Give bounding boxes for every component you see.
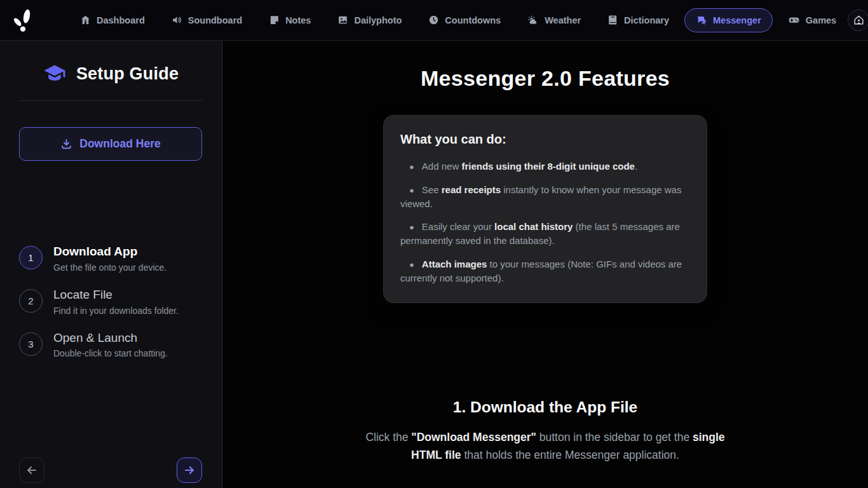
next-step-button[interactable] [177, 458, 202, 483]
splat-logo-icon [10, 8, 36, 33]
home-icon [80, 15, 91, 25]
download-here-button[interactable]: Download Here [19, 127, 202, 161]
setup-step-3[interactable]: 3Open & LaunchDouble-click to start chat… [19, 331, 222, 359]
nav-item-dictionary[interactable]: Dictionary [596, 8, 681, 32]
nav-item-label: Messenger [713, 15, 761, 25]
bullet-dot: ● [409, 186, 414, 195]
app-logo [10, 6, 36, 35]
feature-bullet: ●Add new friends using their 8-digit uni… [400, 159, 690, 173]
home-circle-button[interactable] [848, 10, 868, 31]
step-title: Open & Launch [53, 331, 168, 346]
nav-item-dailyphoto[interactable]: Dailyphoto [326, 8, 413, 32]
sidebar-title: Setup Guide [76, 64, 179, 84]
setup-guide-sidebar: Setup Guide Download Here 1Download AppG… [0, 41, 222, 488]
bullet-dot: ● [409, 260, 414, 269]
nav-item-label: Dashboard [97, 15, 145, 25]
step-subtitle: Double-click to start chatting. [53, 348, 168, 358]
graduation-cap-icon [43, 62, 66, 85]
nav-item-label: Notes [285, 15, 311, 25]
nav-item-label: Dictionary [624, 15, 669, 25]
arrow-right-icon [183, 464, 196, 477]
nav-item-label: Soundboard [188, 15, 242, 25]
feature-bullet: ●Attach images to your messages (Note: G… [400, 257, 690, 285]
sidebar-divider [19, 100, 203, 101]
navbar-right [848, 10, 868, 31]
nav-item-soundboard[interactable]: Soundboard [160, 8, 254, 32]
nav-item-dashboard[interactable]: Dashboard [69, 8, 156, 32]
nav-item-games[interactable]: Games [776, 8, 848, 32]
top-navbar: DashboardSoundboardNotesDailyphotoCountd… [0, 0, 868, 41]
download-icon [60, 138, 72, 150]
speaker-icon [172, 15, 182, 25]
step-title: Download App [53, 245, 166, 259]
arrow-left-icon [25, 464, 38, 477]
nav-item-notes[interactable]: Notes [257, 8, 322, 32]
section-paragraph: Click the "Download Messenger" button in… [351, 428, 739, 464]
nav-item-label: Weather [545, 15, 581, 25]
nav-item-label: Dailyphoto [354, 15, 402, 25]
features-list: ●Add new friends using their 8-digit uni… [400, 159, 690, 285]
home-user-icon [853, 14, 865, 26]
step-number-badge: 3 [19, 332, 43, 356]
previous-step-button[interactable] [19, 458, 44, 483]
step-subtitle: Get the file onto your device. [53, 262, 166, 273]
nav-item-label: Countdowns [445, 15, 501, 25]
note-icon [269, 15, 280, 25]
step-number-badge: 2 [19, 289, 43, 313]
feature-bullet: ●See read receipts instantly to know whe… [400, 183, 690, 211]
book-icon [607, 15, 618, 25]
image-icon [337, 15, 348, 25]
gamepad-icon [788, 14, 800, 26]
chat-icon [696, 15, 707, 26]
step-title: Locate File [53, 288, 179, 302]
sidebar-header: Setup Guide [0, 62, 222, 85]
step-number-badge: 1 [19, 246, 43, 269]
section-heading: 1. Download the App File [222, 398, 868, 416]
nav-item-label: Games [806, 15, 836, 25]
features-card: What you can do: ●Add new friends using … [383, 115, 707, 303]
clock-icon [428, 15, 439, 25]
nav-item-countdowns[interactable]: Countdowns [417, 8, 512, 32]
page-title: Messenger 2.0 Features [222, 66, 868, 91]
main-navigation: DashboardSoundboardNotesDailyphotoCountd… [69, 8, 848, 32]
card-heading: What you can do: [400, 132, 690, 147]
feature-bullet: ●Easily clear your local chat history (t… [400, 220, 690, 248]
download-button-label: Download Here [79, 137, 160, 151]
weather-icon [527, 15, 539, 26]
setup-step-1[interactable]: 1Download AppGet the file onto your devi… [19, 245, 222, 273]
setup-steps: 1Download AppGet the file onto your devi… [19, 245, 222, 358]
main-content: Messenger 2.0 Features What you can do: … [222, 41, 868, 488]
step-subtitle: Find it in your downloads folder. [53, 306, 179, 316]
setup-step-2[interactable]: 2Locate FileFind it in your downloads fo… [19, 288, 222, 316]
bullet-dot: ● [409, 222, 414, 232]
nav-item-messenger[interactable]: Messenger [684, 8, 773, 32]
bullet-dot: ● [409, 162, 414, 172]
nav-item-weather[interactable]: Weather [516, 8, 592, 32]
